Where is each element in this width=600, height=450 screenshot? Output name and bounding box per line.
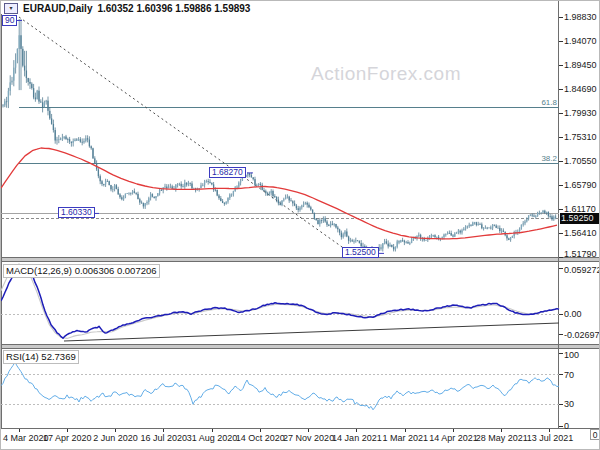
ohlc-readout: 1.60352 1.60396 1.59886 1.59893 [97, 3, 250, 14]
date-axis-label: 28 May 2021 [476, 433, 528, 443]
date-axis-label: 4 Mar 2020 [3, 433, 49, 443]
rsi-axis-label: 70 [564, 370, 574, 380]
chart-window-icon: ▾ [4, 3, 18, 14]
resistance-price-label[interactable]: 1.68270 [209, 167, 246, 178]
rsi-line [1, 362, 559, 410]
price-axis-label: 1.94070 [564, 36, 597, 46]
horizontal-level-label[interactable]: 1.60330 [58, 207, 95, 218]
current-price-tag: 1.59250 [560, 213, 600, 224]
price-axis-label: 1.75310 [564, 132, 597, 142]
date-axis-label: 16 Jul 2020 [141, 433, 188, 443]
macd-axis-label: -0.026978 [564, 330, 600, 340]
date-axis-label: 14 Oct 2020 [236, 433, 285, 443]
panel-separator[interactable] [1, 258, 600, 262]
date-axis-label: 14 Jan 2021 [332, 433, 382, 443]
macd-trendline[interactable] [64, 323, 559, 341]
rsi-axis-label: 30 [564, 399, 574, 409]
chart-canvas[interactable]: 61.838.21.988301.940701.894501.846901.79… [1, 1, 600, 450]
price-axis-label: 1.89450 [564, 60, 597, 70]
date-axis-label: 1 Mar 2021 [382, 433, 428, 443]
price-axis-label: 1.56410 [564, 228, 597, 238]
panel-separator[interactable] [1, 345, 600, 349]
date-axis-label: 27 Nov 2020 [283, 433, 334, 443]
rsi-axis-label: 100 [564, 350, 579, 360]
fib-level-label: 38.2 [541, 154, 557, 163]
chart-titlebar: ▾ EURAUD,Daily 1.60352 1.60396 1.59886 1… [4, 2, 250, 14]
chart-title: EURAUD,Daily [23, 3, 92, 14]
date-axis-label: 14 Apr 2021 [429, 433, 478, 443]
rsi-indicator-label: RSI(14) 52.7369 [3, 350, 79, 364]
price-axis-label: 1.79930 [564, 108, 597, 118]
date-axis-label: 2 Jun 2020 [93, 433, 138, 443]
price-axis-label: 1.98830 [564, 12, 597, 22]
price-axis-label: 1.84690 [564, 84, 597, 94]
price-axis-label: 1.70550 [564, 156, 597, 166]
rsi-axis-label: 0 [564, 421, 569, 431]
date-axis-label: 31 Aug 2020 [187, 433, 238, 443]
date-axis-label: 13 Jul 2021 [527, 433, 574, 443]
macd-axis-label: 0.059272 [564, 265, 600, 275]
price-axis-label: 1.51790 [564, 249, 597, 259]
shift-zero-label: 0 [593, 430, 598, 440]
support-price-label[interactable]: 1.52500 [342, 247, 379, 258]
price-axis-label: 1.65790 [564, 180, 597, 190]
marker-90-label[interactable]: 90 [2, 15, 17, 26]
date-axis-label: 17 Apr 2020 [43, 433, 92, 443]
ma-line [1, 148, 557, 239]
mt4-chart-window: ActionForex.com 61.838.21.988301.940701.… [0, 0, 600, 450]
macd-indicator-label: MACD(12,26,9) 0.006306 0.007206 [3, 264, 160, 278]
fib-level-label: 61.8 [541, 98, 557, 107]
macd-axis-label: 0.00 [564, 309, 582, 319]
